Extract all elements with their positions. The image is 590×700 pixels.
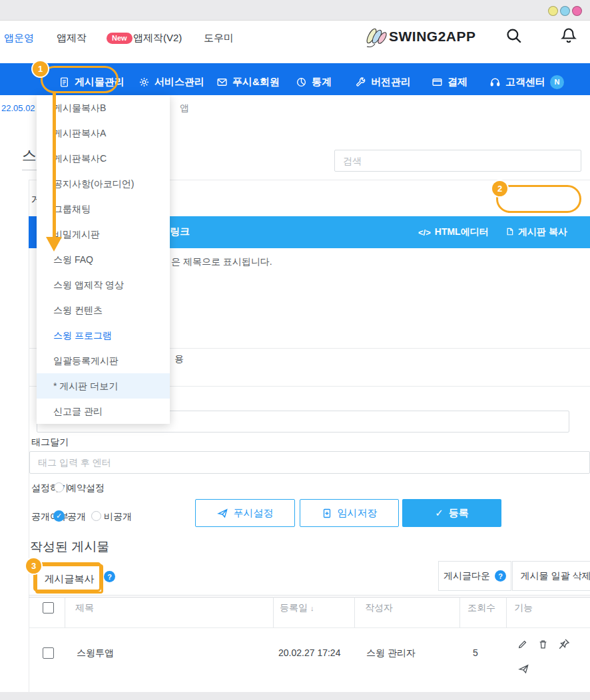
step1-highlight-box: [41, 66, 119, 93]
nav-customer-center[interactable]: 고객센터 N: [489, 73, 564, 90]
customer-center-n-badge: N: [550, 75, 564, 89]
column-header-actions[interactable]: 기능: [514, 602, 533, 614]
page-bottom-strip: [0, 692, 590, 700]
nav-service-management[interactable]: 서비스관리: [139, 73, 204, 90]
content-label-fragment: 용: [174, 353, 184, 365]
column-divider: [273, 597, 274, 627]
nav-push-members[interactable]: 푸시&회원: [216, 73, 280, 90]
column-divider: [65, 597, 65, 627]
private-radio[interactable]: [91, 511, 101, 521]
column-header-author[interactable]: 작성자: [365, 602, 393, 614]
reserve-radio[interactable]: [54, 482, 64, 492]
column-header-views[interactable]: 조회수: [467, 602, 495, 614]
step2-highlight-box: [496, 185, 581, 213]
window-dot-blue-icon[interactable]: [560, 6, 570, 16]
headset-icon: [489, 77, 501, 88]
page-title: 스: [22, 146, 37, 170]
dropdown-item-highlighted[interactable]: * 게시판 더보기: [37, 373, 170, 399]
help-icon: ?: [495, 570, 506, 582]
window-titlebar: [0, 0, 590, 21]
topnav-app-create-v2[interactable]: 앱제작(V2): [133, 32, 182, 45]
reserve-radio-label[interactable]: 예약설정: [67, 482, 105, 494]
breadcrumb-fragment: 앱: [180, 102, 189, 114]
divider: [29, 595, 590, 596]
notification-bell-icon[interactable]: [559, 26, 578, 45]
tag-label: 태그달기: [31, 437, 69, 448]
dropdown-item-selected[interactable]: 스윙 프로그램: [37, 323, 170, 348]
logo-text[interactable]: SWING2APP: [389, 29, 476, 45]
dropdown-item[interactable]: 스윙 컨텐츠: [37, 297, 170, 323]
row-title[interactable]: 스윙투앱: [77, 647, 114, 659]
topnav-helper[interactable]: 도우미: [204, 32, 234, 45]
column-header-date[interactable]: 등록일 ↓: [280, 602, 314, 614]
post-management-dropdown: 게시물복사B 게시판복사A 게시판복사C 공지사항(아코디언) 그룹채팅 비밀게…: [37, 95, 170, 424]
search-icon[interactable]: [505, 27, 523, 45]
help-icon[interactable]: ?: [104, 571, 115, 582]
code-icon: </>: [418, 228, 431, 238]
topnav-app-operation[interactable]: 앱운영: [4, 32, 34, 45]
nav-statistics[interactable]: 통계: [296, 73, 332, 90]
column-divider: [459, 597, 460, 627]
send-plane-icon[interactable]: [518, 663, 529, 675]
dropdown-item[interactable]: 그룹채팅: [37, 196, 170, 222]
dropdown-item[interactable]: 일괄등록게시판: [37, 348, 170, 373]
edit-pencil-icon[interactable]: [517, 639, 528, 650]
doc-plus-icon: [322, 508, 332, 519]
window-dot-yellow-icon[interactable]: [548, 6, 558, 16]
draft-save-button[interactable]: 임시저장: [300, 499, 399, 527]
new-badge: New: [107, 33, 133, 44]
step2-badge: 2: [492, 181, 507, 196]
tag-input[interactable]: [29, 451, 590, 474]
row-views: 5: [473, 647, 478, 658]
public-radio-label[interactable]: 공개: [67, 511, 86, 523]
window-dot-pink-icon[interactable]: [572, 6, 582, 16]
copy-doc-icon: [504, 227, 514, 238]
html-editor-button[interactable]: </> HTML에디터: [418, 226, 489, 238]
table-header-border: [29, 627, 590, 628]
submit-button[interactable]: ✓ 등록: [402, 499, 501, 527]
column-divider: [354, 597, 355, 627]
step1-arrow: [53, 92, 56, 238]
paper-plane-icon: [217, 508, 228, 519]
pin-icon[interactable]: [558, 638, 570, 650]
public-radio-checked[interactable]: ✓: [53, 510, 65, 522]
dropdown-item[interactable]: 신고글 관리: [37, 399, 170, 424]
sort-desc-icon: ↓: [310, 604, 314, 612]
column-divider: [506, 597, 507, 627]
step1-badge: 1: [33, 61, 48, 77]
topnav-app-create[interactable]: 앱제작: [57, 32, 87, 45]
row-checkbox[interactable]: [43, 647, 54, 659]
dropdown-item[interactable]: 스윙 앱제작 영상: [37, 272, 170, 297]
dropdown-item[interactable]: 게시판복사A: [37, 120, 170, 146]
logo-feather-icon: [363, 27, 390, 48]
pie-chart-icon: [296, 77, 307, 88]
bulk-delete-button[interactable]: 게시물 일괄 삭제: [512, 561, 590, 591]
search-input[interactable]: [334, 150, 581, 172]
delete-trash-icon[interactable]: [537, 639, 549, 650]
row-date: 20.02.27 17:24: [278, 647, 340, 658]
check-icon: ✓: [435, 507, 443, 519]
row-author: 스윙 관리자: [366, 647, 416, 659]
app-window: 앱운영 앱제작 New 앱제작(V2) 도우미 SWING2APP 메뉴 게시물…: [0, 0, 590, 700]
credit-card-icon: [432, 77, 443, 88]
board-copy-button[interactable]: 게시판 복사: [504, 226, 567, 238]
column-header-title[interactable]: 제목: [75, 602, 94, 614]
dropdown-item[interactable]: 게시물복사B: [37, 95, 170, 120]
post-download-button[interactable]: 게시글다운 ?: [438, 561, 511, 591]
wrench-icon: [355, 77, 366, 88]
gear-icon: [139, 77, 150, 88]
dropdown-item[interactable]: 게시판복사C: [37, 146, 170, 171]
tab-label-fragment[interactable]: 링크: [170, 226, 190, 238]
posts-heading: 작성된 게시물: [30, 538, 109, 556]
nav-payment[interactable]: 결제: [432, 73, 467, 90]
dropdown-item[interactable]: 공지사항(아코디언): [37, 171, 170, 196]
breadcrumb-date-link[interactable]: 22.05.02: [1, 103, 35, 113]
nav-version-management[interactable]: 버전관리: [355, 73, 411, 90]
step1-arrowhead: [46, 237, 62, 252]
private-radio-label[interactable]: 비공개: [104, 511, 132, 523]
step3-badge: 3: [26, 558, 41, 574]
push-setting-button[interactable]: 푸시설정: [195, 499, 295, 527]
mail-icon: [216, 77, 228, 88]
step3-highlight-box: [33, 562, 101, 592]
select-all-checkbox[interactable]: [43, 602, 54, 613]
